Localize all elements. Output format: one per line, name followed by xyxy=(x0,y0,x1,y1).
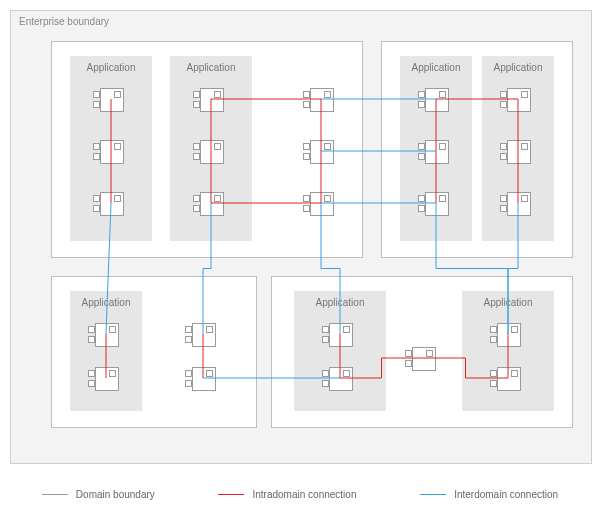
port-icon xyxy=(418,205,425,212)
port-icon xyxy=(114,91,121,98)
port-icon xyxy=(193,143,200,150)
port-icon xyxy=(93,195,100,202)
port-icon xyxy=(500,195,507,202)
pod-icon xyxy=(412,347,436,371)
port-icon xyxy=(206,370,213,377)
port-icon xyxy=(511,370,518,377)
diagram-canvas: Enterprise boundary ApplicationApplicati… xyxy=(0,0,600,516)
port-icon xyxy=(185,326,192,333)
port-icon xyxy=(185,380,192,387)
port-icon xyxy=(193,153,200,160)
domain-boundary: ApplicationApplication xyxy=(381,41,573,258)
legend-label: Interdomain connection xyxy=(454,489,558,500)
port-icon xyxy=(439,91,446,98)
application-label: Application xyxy=(70,297,142,308)
port-icon xyxy=(93,153,100,160)
port-icon xyxy=(322,326,329,333)
legend-intra: Intradomain connection xyxy=(218,489,356,500)
port-icon xyxy=(88,370,95,377)
pod-icon xyxy=(507,88,531,112)
port-icon xyxy=(88,380,95,387)
port-icon xyxy=(114,195,121,202)
port-icon xyxy=(109,326,116,333)
pod-icon xyxy=(200,140,224,164)
domain-boundary: Application xyxy=(51,276,257,428)
port-icon xyxy=(88,336,95,343)
port-icon xyxy=(405,350,412,357)
pod-icon xyxy=(100,140,124,164)
pod-icon xyxy=(497,323,521,347)
port-icon xyxy=(93,91,100,98)
port-icon xyxy=(521,91,528,98)
port-icon xyxy=(303,195,310,202)
pod-icon xyxy=(100,192,124,216)
port-icon xyxy=(214,195,221,202)
application-label: Application xyxy=(294,297,386,308)
pod-icon xyxy=(310,88,334,112)
port-icon xyxy=(490,370,497,377)
boundary-label: Enterprise boundary xyxy=(19,16,109,27)
application-label: Application xyxy=(482,62,554,73)
port-icon xyxy=(322,380,329,387)
pod-icon xyxy=(425,140,449,164)
port-icon xyxy=(343,326,350,333)
pod-icon xyxy=(95,367,119,391)
port-icon xyxy=(206,326,213,333)
port-icon xyxy=(490,326,497,333)
domain-boundary: ApplicationApplication xyxy=(271,276,573,428)
port-icon xyxy=(511,326,518,333)
port-icon xyxy=(500,153,507,160)
port-icon xyxy=(324,195,331,202)
port-icon xyxy=(93,205,100,212)
port-icon xyxy=(214,91,221,98)
pod-icon xyxy=(95,323,119,347)
port-icon xyxy=(500,205,507,212)
port-icon xyxy=(303,153,310,160)
port-icon xyxy=(324,91,331,98)
port-icon xyxy=(418,143,425,150)
port-icon xyxy=(303,205,310,212)
application-box: Application xyxy=(462,291,554,411)
application-label: Application xyxy=(462,297,554,308)
port-icon xyxy=(324,143,331,150)
port-icon xyxy=(214,143,221,150)
port-icon xyxy=(193,195,200,202)
port-icon xyxy=(521,195,528,202)
pod-icon xyxy=(425,88,449,112)
line-icon xyxy=(42,494,68,495)
pod-icon xyxy=(200,192,224,216)
port-icon xyxy=(418,101,425,108)
port-icon xyxy=(193,101,200,108)
port-icon xyxy=(185,370,192,377)
application-label: Application xyxy=(400,62,472,73)
port-icon xyxy=(490,336,497,343)
port-icon xyxy=(418,91,425,98)
port-icon xyxy=(303,91,310,98)
port-icon xyxy=(185,336,192,343)
port-icon xyxy=(88,326,95,333)
port-icon xyxy=(322,336,329,343)
port-icon xyxy=(439,143,446,150)
legend-label: Domain boundary xyxy=(76,489,155,500)
application-box: Application xyxy=(170,56,252,241)
application-label: Application xyxy=(70,62,152,73)
pod-icon xyxy=(100,88,124,112)
enterprise-boundary: Enterprise boundary ApplicationApplicati… xyxy=(10,10,592,464)
pod-icon xyxy=(192,367,216,391)
port-icon xyxy=(418,153,425,160)
pod-icon xyxy=(507,140,531,164)
port-icon xyxy=(193,205,200,212)
port-icon xyxy=(405,360,412,367)
pod-icon xyxy=(310,140,334,164)
port-icon xyxy=(193,91,200,98)
port-icon xyxy=(114,143,121,150)
pod-icon xyxy=(507,192,531,216)
legend-inter: Interdomain connection xyxy=(420,489,558,500)
application-box: Application xyxy=(400,56,472,241)
port-icon xyxy=(426,350,433,357)
port-icon xyxy=(93,143,100,150)
pod-icon xyxy=(200,88,224,112)
pod-icon xyxy=(497,367,521,391)
pod-icon xyxy=(329,323,353,347)
legend: Domain boundary Intradomain connection I… xyxy=(10,477,590,511)
